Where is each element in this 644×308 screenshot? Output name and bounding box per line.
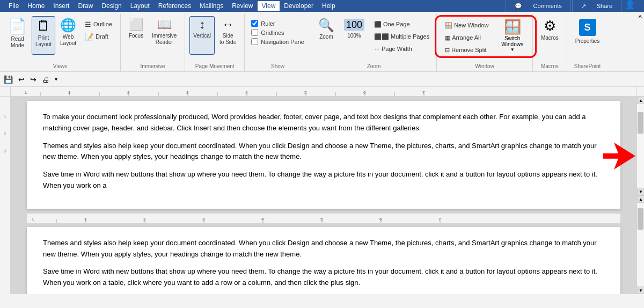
arrange-all-button[interactable]: ▦ Arrange All (441, 32, 492, 43)
multiple-pages-button[interactable]: ⬛⬛ Multiple Pages (370, 31, 433, 42)
svg-text:5: 5 (304, 90, 307, 95)
views-buttons: 📄 ReadMode 🗒 PrintLayout 🌐 WebLayout ☰ O… (4, 16, 116, 62)
comments-button[interactable]: 💬 Comments (506, 0, 570, 13)
quick-access-toolbar: 💾 ↩ ↪ 🖨 ▾ (0, 72, 644, 87)
svg-rect-23 (27, 214, 620, 223)
print-layout-label: PrintLayout (35, 35, 52, 48)
menu-layout[interactable]: Layout (126, 1, 154, 11)
svg-rect-0 (11, 87, 636, 96)
one-page-icon: ⬛ (374, 21, 382, 28)
one-page-button[interactable]: ⬛ One Page (370, 18, 433, 30)
print-layout-icon: 🗒 (36, 19, 50, 33)
menu-review[interactable]: Review (228, 1, 257, 11)
focus-button[interactable]: ⬜ Focus (125, 16, 147, 55)
page2-para2: Save time in Word with new buttons that … (43, 266, 604, 289)
collapse-icon[interactable]: ^ (638, 14, 642, 23)
outline-button[interactable]: ☰ Outline (81, 18, 116, 30)
split-button[interactable]: ⊟ Remove Split (441, 44, 492, 56)
switch-windows-dropdown: ▼ (510, 47, 515, 52)
scroll-thumb-2[interactable] (638, 208, 643, 230)
vertical-icon: ↕ (199, 19, 205, 31)
zoom-100-button[interactable]: 100 100% (340, 16, 368, 55)
switch-windows-icon: 🪟 (504, 19, 521, 35)
page-movement-buttons: ↕ Vertical ↔ Sideto Side (189, 16, 240, 62)
share-button[interactable]: ↗ Share (572, 0, 621, 13)
split-label: Remove Split (451, 47, 486, 53)
qa-print-btn[interactable]: 🖨 (40, 74, 51, 85)
page-2: Themes and styles also help keep your do… (27, 227, 620, 294)
menu-view[interactable]: View (258, 1, 280, 11)
draft-button[interactable]: 📝 Draft (81, 31, 116, 42)
svg-text:4: 4 (245, 90, 248, 95)
menu-insert[interactable]: Insert (49, 1, 74, 11)
vertical-button[interactable]: ↕ Vertical (189, 16, 215, 55)
horizontal-ruler: L 1 2 3 4 5 6 (11, 87, 636, 96)
switch-windows-label: SwitchWindows (501, 35, 523, 47)
immersive-group-label: Immersive (125, 62, 180, 69)
svg-text:L: L (32, 217, 35, 222)
switch-windows-button[interactable]: 🪟 SwitchWindows ▼ (496, 16, 528, 55)
one-page-label: One Page (383, 21, 410, 27)
ribbon-collapse[interactable]: ^ (636, 12, 644, 25)
menu-draw[interactable]: Draw (74, 1, 97, 11)
qa-customize-arrow[interactable]: ▾ (53, 75, 59, 83)
menu-design[interactable]: Design (97, 1, 126, 11)
new-window-button[interactable]: 🪟 New Window (441, 19, 492, 31)
views-group-label: Views (4, 62, 116, 69)
views-small-column: ☰ Outline 📝 Draft (81, 16, 116, 42)
scroll-down-button-2[interactable]: ▼ (637, 287, 644, 294)
scroll-thumb[interactable] (638, 112, 643, 134)
page-1: To make your document look professionall… (27, 101, 620, 209)
zoom-100-icon: 100 (344, 19, 364, 31)
qa-undo-btn[interactable]: ↩ (17, 74, 26, 85)
scroll-up-button[interactable]: ▲ (637, 97, 644, 104)
immersive-group: ⬜ Focus 📖 ImmersiveReader Immersive (121, 14, 185, 71)
svg-text:2: 2 (127, 90, 130, 95)
immersive-reader-button[interactable]: 📖 ImmersiveReader (148, 16, 180, 55)
scroll-track (637, 104, 644, 188)
nav-pane-label: Navigation Pane (261, 39, 304, 45)
read-mode-icon: 📄 (8, 19, 27, 34)
menu-file[interactable]: File (4, 1, 23, 11)
window-group: 🪟 New Window ▦ Arrange All ⊟ Remove Spli… (437, 14, 533, 71)
ruler-checkbox[interactable] (251, 20, 258, 27)
scroll-down-button-1[interactable]: ▼ (637, 188, 644, 195)
side-to-side-button[interactable]: ↔ Sideto Side (216, 16, 240, 55)
menu-help[interactable]: Help (318, 1, 340, 11)
page-movement-group-label: Page Movement (189, 62, 240, 69)
page-width-button[interactable]: ↔ Page Width (370, 43, 433, 55)
scroll-up-button-2[interactable]: ▲ (637, 195, 644, 203)
print-layout-button[interactable]: 🗒 PrintLayout (32, 16, 55, 55)
window-small-buttons: 🪟 New Window ▦ Arrange All ⊟ Remove Spli… (441, 16, 492, 56)
read-mode-button[interactable]: 📄 ReadMode (4, 16, 31, 55)
immersive-buttons: ⬜ Focus 📖 ImmersiveReader (125, 16, 180, 62)
left-ruler-numbers: 123 (4, 108, 6, 160)
menu-home[interactable]: Home (23, 1, 49, 11)
side-to-side-label: Sideto Side (219, 33, 236, 46)
read-mode-label: ReadMode (11, 36, 24, 49)
zoom-button[interactable]: 🔍 Zoom (314, 16, 338, 55)
left-ruler: 123 (0, 97, 11, 294)
sharepoint-group-label: SharePoint (572, 62, 604, 69)
properties-button[interactable]: S Properties (572, 16, 604, 55)
nav-pane-checkbox[interactable] (251, 38, 258, 45)
ruler-svg: L 1 2 3 4 5 6 (11, 87, 636, 96)
menu-developer[interactable]: Developer (280, 1, 318, 11)
user-icon[interactable]: 👤 (623, 0, 638, 13)
properties-label: Properties (575, 38, 600, 45)
web-layout-button[interactable]: 🌐 WebLayout (56, 16, 80, 55)
gridlines-checkbox-label[interactable]: Gridlines (249, 28, 306, 36)
pages-container: To make your document look professionall… (11, 97, 636, 294)
macros-button[interactable]: ⚙ Macros (537, 16, 562, 55)
gridlines-checkbox[interactable] (251, 29, 258, 36)
menu-mailings[interactable]: Mailings (195, 1, 228, 11)
share-icon: ↗ (577, 2, 590, 11)
menu-bar: File Home Insert Draw Design Layout Refe… (0, 0, 644, 12)
show-group: Ruler Gridlines Navigation Pane Show (245, 14, 311, 71)
qa-save-btn[interactable]: 💾 (2, 74, 14, 85)
menu-references[interactable]: References (154, 1, 195, 11)
svg-text:3: 3 (202, 217, 205, 222)
qa-redo-btn[interactable]: ↪ (28, 74, 38, 85)
nav-pane-checkbox-label[interactable]: Navigation Pane (249, 38, 306, 46)
ruler-checkbox-label[interactable]: Ruler (249, 19, 306, 27)
